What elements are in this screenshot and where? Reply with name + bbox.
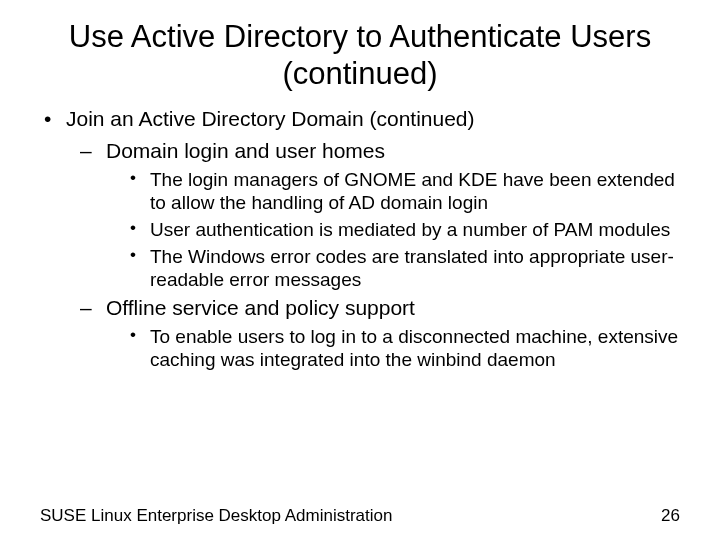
bullet-text: The Windows error codes are translated i… bbox=[150, 246, 674, 290]
slide-title: Use Active Directory to Authenticate Use… bbox=[0, 0, 720, 100]
bullet-text: Domain login and user homes bbox=[106, 139, 385, 162]
bullet-list-level3: To enable users to log in to a disconnec… bbox=[106, 325, 680, 371]
bullet-item: Domain login and user homes The login ma… bbox=[80, 138, 680, 291]
bullet-text: To enable users to log in to a disconnec… bbox=[150, 326, 678, 370]
bullet-item: User authentication is mediated by a num… bbox=[128, 218, 680, 241]
bullet-text: The login managers of GNOME and KDE have… bbox=[150, 169, 675, 213]
slide-body: Join an Active Directory Domain (continu… bbox=[0, 100, 720, 371]
bullet-text: Join an Active Directory Domain (continu… bbox=[66, 107, 475, 130]
footer-text: SUSE Linux Enterprise Desktop Administra… bbox=[40, 506, 392, 526]
bullet-item: The Windows error codes are translated i… bbox=[128, 245, 680, 291]
bullet-item: The login managers of GNOME and KDE have… bbox=[128, 168, 680, 214]
bullet-item: Join an Active Directory Domain (continu… bbox=[40, 106, 680, 371]
bullet-text: Offline service and policy support bbox=[106, 296, 415, 319]
page-number: 26 bbox=[661, 506, 680, 526]
bullet-list-level1: Join an Active Directory Domain (continu… bbox=[40, 106, 680, 371]
slide: Use Active Directory to Authenticate Use… bbox=[0, 0, 720, 540]
bullet-item: Offline service and policy support To en… bbox=[80, 295, 680, 371]
bullet-item: To enable users to log in to a disconnec… bbox=[128, 325, 680, 371]
bullet-list-level2: Domain login and user homes The login ma… bbox=[66, 138, 680, 371]
slide-footer: SUSE Linux Enterprise Desktop Administra… bbox=[0, 506, 720, 526]
bullet-text: User authentication is mediated by a num… bbox=[150, 219, 670, 240]
bullet-list-level3: The login managers of GNOME and KDE have… bbox=[106, 168, 680, 292]
